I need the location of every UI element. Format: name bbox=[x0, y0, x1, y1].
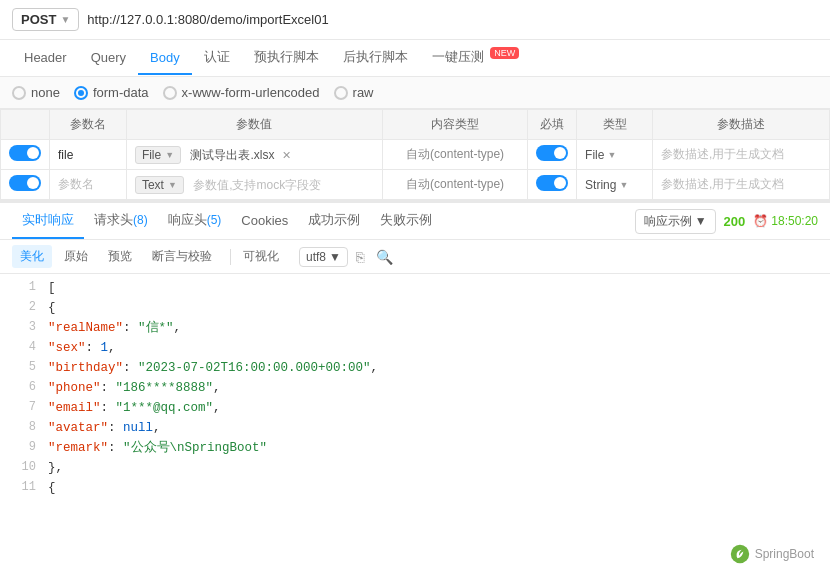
json-viewer: 1[2 {3 "realName": "信*",4 "sex": 1,5 "bi… bbox=[0, 274, 830, 494]
tab-realtime[interactable]: 实时响应 bbox=[12, 203, 84, 239]
row2-value: Text ▼ 参数值,支持mock字段变 bbox=[126, 170, 382, 200]
copy-icon[interactable]: ⎘ bbox=[352, 247, 368, 267]
line-number: 6 bbox=[8, 378, 36, 398]
json-line: 7 "email": "1***@qq.com", bbox=[0, 398, 830, 418]
row1-type-label: File bbox=[585, 148, 604, 162]
method-selector[interactable]: POST ▼ bbox=[12, 8, 79, 31]
tab-body[interactable]: Body bbox=[138, 42, 192, 75]
json-line: 10 }, bbox=[0, 458, 830, 478]
line-number: 8 bbox=[8, 418, 36, 438]
encoding-chevron: ▼ bbox=[329, 250, 341, 264]
tab-cookies[interactable]: Cookies bbox=[231, 205, 298, 238]
line-content: "remark": "公众号\nSpringBoot" bbox=[48, 438, 822, 458]
row2-required[interactable] bbox=[528, 170, 577, 200]
row2-type: String ▼ bbox=[577, 170, 653, 200]
json-line: 3 "realName": "信*", bbox=[0, 318, 830, 338]
line-content: [ bbox=[48, 278, 822, 298]
row2-type-chevron: ▼ bbox=[619, 180, 628, 190]
tab-auth[interactable]: 认证 bbox=[192, 40, 242, 76]
row1-tag-chevron: ▼ bbox=[165, 150, 174, 160]
body-options: none form-data x-www-form-urlencoded raw bbox=[0, 77, 830, 109]
line-number: 7 bbox=[8, 398, 36, 418]
resp-example-chevron: ▼ bbox=[695, 214, 707, 228]
line-number: 11 bbox=[8, 478, 36, 494]
tab-header[interactable]: Header bbox=[12, 42, 79, 75]
tab-right-controls: 响应示例 ▼ 200 ⏰ 18:50:20 bbox=[635, 209, 818, 234]
col-content-type-header: 内容类型 bbox=[383, 110, 528, 140]
row1-type-select[interactable]: File ▼ bbox=[585, 148, 616, 162]
row2-name[interactable]: 参数名 bbox=[50, 170, 127, 200]
radio-form-data[interactable]: form-data bbox=[74, 85, 149, 100]
line-number: 2 bbox=[8, 298, 36, 318]
col-description-header: 参数描述 bbox=[653, 110, 830, 140]
url-input[interactable] bbox=[87, 12, 818, 27]
sub-tab-visualize[interactable]: 可视化 bbox=[235, 245, 287, 268]
row1-value-tag[interactable]: File ▼ bbox=[135, 146, 181, 164]
radio-raw-label: raw bbox=[353, 85, 374, 100]
row2-toggle[interactable] bbox=[1, 170, 50, 200]
resp-headers-count: (5) bbox=[207, 213, 222, 227]
tab-post-script[interactable]: 后执行脚本 bbox=[331, 40, 420, 76]
status-code: 200 bbox=[724, 214, 746, 229]
tab-req-headers[interactable]: 请求头(8) bbox=[84, 203, 158, 239]
line-content: "phone": "186****8888", bbox=[48, 378, 822, 398]
row2-type-select[interactable]: String ▼ bbox=[585, 178, 628, 192]
resp-example-btn[interactable]: 响应示例 ▼ bbox=[635, 209, 716, 234]
encoding-select[interactable]: utf8 ▼ bbox=[299, 247, 348, 267]
line-content: "sex": 1, bbox=[48, 338, 822, 358]
radio-raw-circle bbox=[334, 86, 348, 100]
row2-type-label: String bbox=[585, 178, 616, 192]
row2-description[interactable]: 参数描述,用于生成文档 bbox=[653, 170, 830, 200]
tab-fail-example[interactable]: 失败示例 bbox=[370, 203, 442, 239]
radio-none[interactable]: none bbox=[12, 85, 60, 100]
tab-query[interactable]: Query bbox=[79, 42, 138, 75]
time-value: 18:50:20 bbox=[771, 214, 818, 228]
params-table: 参数名 参数值 内容类型 必填 类型 参数描述 file File ▼ 测试导出… bbox=[0, 109, 830, 200]
radio-form-data-label: form-data bbox=[93, 85, 149, 100]
row1-required-toggle[interactable] bbox=[536, 145, 568, 161]
tab-success-example[interactable]: 成功示例 bbox=[298, 203, 370, 239]
resp-example-label: 响应示例 bbox=[644, 213, 692, 230]
row1-required[interactable] bbox=[528, 140, 577, 170]
search-icon[interactable]: 🔍 bbox=[372, 247, 397, 267]
sub-tab-bar: 美化 原始 预览 断言与校验 可视化 utf8 ▼ ⎘ 🔍 bbox=[0, 240, 830, 274]
json-line: 11 { bbox=[0, 478, 830, 494]
json-line: 5 "birthday": "2023-07-02T16:00:00.000+0… bbox=[0, 358, 830, 378]
json-line: 6 "phone": "186****8888", bbox=[0, 378, 830, 398]
radio-urlencoded[interactable]: x-www-form-urlencoded bbox=[163, 85, 320, 100]
tab-resp-headers[interactable]: 响应头(5) bbox=[158, 203, 232, 239]
col-param-name-header: 参数名 bbox=[50, 110, 127, 140]
req-headers-count: (8) bbox=[133, 213, 148, 227]
tab-pressure[interactable]: 一键压测 NEW bbox=[420, 40, 532, 76]
row2-tag-label: Text bbox=[142, 178, 164, 192]
sub-tab-assert[interactable]: 断言与校验 bbox=[144, 245, 220, 268]
line-number: 9 bbox=[8, 438, 36, 458]
row2-name-placeholder: 参数名 bbox=[58, 177, 94, 191]
line-number: 3 bbox=[8, 318, 36, 338]
row2-value-tag[interactable]: Text ▼ bbox=[135, 176, 184, 194]
json-line: 2 { bbox=[0, 298, 830, 318]
row2-required-toggle[interactable] bbox=[536, 175, 568, 191]
sub-tab-raw[interactable]: 原始 bbox=[56, 245, 96, 268]
json-line: 4 "sex": 1, bbox=[0, 338, 830, 358]
line-number: 4 bbox=[8, 338, 36, 358]
sub-tab-preview[interactable]: 预览 bbox=[100, 245, 140, 268]
row1-toggle-switch[interactable] bbox=[9, 145, 41, 161]
row1-description[interactable]: 参数描述,用于生成文档 bbox=[653, 140, 830, 170]
radio-form-data-circle bbox=[74, 86, 88, 100]
top-bar: POST ▼ bbox=[0, 0, 830, 40]
row1-toggle[interactable] bbox=[1, 140, 50, 170]
row1-filename: 测试导出表.xlsx bbox=[190, 148, 274, 162]
line-content: "avatar": null, bbox=[48, 418, 822, 438]
json-line: 8 "avatar": null, bbox=[0, 418, 830, 438]
line-number: 10 bbox=[8, 458, 36, 478]
sub-tab-beautify[interactable]: 美化 bbox=[12, 245, 52, 268]
line-content: "email": "1***@qq.com", bbox=[48, 398, 822, 418]
row1-file-close-icon[interactable]: ✕ bbox=[282, 149, 291, 161]
radio-raw[interactable]: raw bbox=[334, 85, 374, 100]
row2-toggle-switch[interactable] bbox=[9, 175, 41, 191]
clock-icon: ⏰ bbox=[753, 214, 768, 228]
tab-pre-script[interactable]: 预执行脚本 bbox=[242, 40, 331, 76]
line-content: { bbox=[48, 298, 822, 318]
body-type-radio-group: none form-data x-www-form-urlencoded raw bbox=[12, 85, 374, 100]
